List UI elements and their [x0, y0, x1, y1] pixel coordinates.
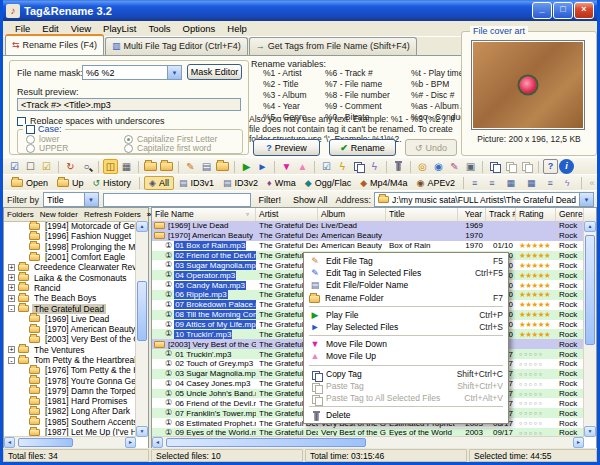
filter-oggflac-button[interactable]: ◆ Ogg/Flac — [301, 176, 355, 190]
menu-edit-file-folder-name[interactable]: ▤ Edit File/Folder Name — [306, 279, 506, 291]
menu-copy-tag[interactable]: Copy Tag Shift+Ctrl+C — [306, 368, 506, 380]
menu-edit-tag-in-selected-files[interactable]: ✎ Edit Tag in Selected Files Ctrl+F5 — [306, 267, 506, 279]
scroll-thumb[interactable] — [18, 438, 73, 447]
refresh-icon[interactable]: ↻ — [63, 159, 78, 174]
edit-file-name-icon[interactable]: ▤ — [199, 159, 214, 174]
file-name-mask-combo[interactable]: %6 %2 ▼ — [82, 65, 182, 80]
menu-play-selected-files[interactable]: ► Play Selected Files Ctrl+S — [306, 321, 506, 333]
preview-button[interactable]: ? Preview — [253, 139, 320, 156]
write-tags-icon[interactable]: ☑ — [319, 159, 334, 174]
invert-selection-icon[interactable]: ☑ — [39, 159, 54, 174]
filter-apev2-button[interactable]: ◉ APEv2 — [413, 176, 459, 190]
scroll-thumb[interactable] — [585, 235, 595, 345]
chevron-down-icon[interactable]: ▼ — [167, 66, 181, 79]
scroll-left-icon[interactable]: ◄ — [4, 437, 15, 448]
toolbar-separator[interactable] — [538, 161, 539, 173]
tree-header-item[interactable]: New folder — [40, 210, 78, 219]
folders-panel-icon[interactable]: ◫ — [103, 159, 118, 174]
column-header[interactable]: Album — [318, 208, 386, 221]
file-row[interactable]: ① 01 Box of Rain.mp3 The Grateful Dead A… — [152, 241, 584, 251]
tree-horizontal-scrollbar[interactable]: ◄ ► — [4, 436, 136, 448]
web-search-icon[interactable]: ◉ — [431, 159, 446, 174]
rating-cell[interactable]: ○○○○○ — [516, 410, 556, 416]
tree-item[interactable]: [1969] Live Dead — [4, 314, 136, 324]
rename-button[interactable]: ✔ Rename — [329, 139, 396, 156]
tree-item[interactable]: [1996] Fashion Nugget — [4, 231, 136, 241]
filter-wma-button[interactable]: ♦ Wma — [263, 176, 300, 190]
menu-delete[interactable]: Delete — [306, 409, 506, 421]
tab-rename-files[interactable]: ⇆ Rename Files (F4) — [5, 34, 104, 55]
tree-item[interactable]: + Creedence Clearwater Reviv — [4, 262, 136, 272]
play-file-icon[interactable]: ▶ — [239, 159, 254, 174]
scroll-up-icon[interactable]: ▲ — [584, 221, 596, 232]
toolbar-separator[interactable] — [274, 161, 275, 173]
menu-item[interactable]: Options — [177, 22, 222, 35]
scroll-left-icon[interactable]: ◄ — [152, 437, 163, 448]
tree-item[interactable]: - The Grateful Dead — [4, 303, 136, 313]
file-row[interactable]: ① [1969] Live Dead The Grateful Dead Liv… — [152, 221, 584, 231]
toolbar-separator[interactable] — [482, 161, 483, 173]
move-file-down-icon[interactable]: ▼ — [279, 159, 294, 174]
rating-cell[interactable]: ★★★★★ — [516, 271, 556, 280]
tab-multi-file-tag-editor[interactable]: ▥ Multi File Tag Editor (Ctrl+F4) — [105, 37, 248, 55]
toolbar-separator[interactable] — [178, 161, 179, 173]
close-button[interactable]: × — [574, 2, 594, 19]
scroll-down-icon[interactable]: ▼ — [136, 426, 148, 437]
menu-move-file-down[interactable]: ▼ Move File Down — [306, 338, 506, 350]
menu-item[interactable]: Help — [221, 22, 253, 35]
toolbar-separator[interactable] — [410, 161, 411, 173]
tree-item[interactable]: [2003] Very Best of the G... — [4, 334, 136, 344]
tree-expander-icon[interactable]: - — [8, 305, 15, 312]
column-header[interactable]: Rating — [516, 208, 556, 221]
filter-all-button[interactable]: ◈ All — [144, 176, 174, 190]
rating-cell[interactable]: ★★★★★ — [516, 241, 556, 250]
tree-expander-icon[interactable]: + — [8, 274, 15, 281]
radio-icon[interactable] — [124, 144, 133, 153]
rating-cell[interactable]: ★★★★★ — [516, 281, 556, 290]
rating-cell[interactable]: ○○○○○ — [516, 361, 556, 367]
rating-cell[interactable]: ★★★★★ — [516, 310, 556, 319]
rating-cell[interactable]: ★★★★★ — [516, 300, 556, 309]
undo-button[interactable]: ↺ Undo — [405, 139, 457, 156]
play-selected-icon[interactable]: ► — [255, 159, 270, 174]
list-icon[interactable]: ≡ — [544, 176, 560, 190]
chevron-down-icon[interactable]: ▼ — [579, 193, 593, 206]
paste-tag-all-icon[interactable] — [519, 159, 534, 174]
case-checkbox[interactable]: Case: — [23, 124, 65, 134]
rating-cell[interactable]: ○○○○○ — [516, 351, 556, 357]
freedb-icon[interactable]: ◎ — [415, 159, 430, 174]
menu-move-file-up[interactable]: ▲ Move File Up — [306, 350, 506, 362]
tree-item[interactable]: [1976] Tom Petty & the H... — [4, 365, 136, 375]
tree-item[interactable]: [1970] American Beauty — [4, 324, 136, 334]
tree-expander-icon[interactable]: + — [8, 346, 15, 353]
tree-item[interactable]: + The Ventures — [4, 345, 136, 355]
column-header[interactable]: Year — [458, 208, 486, 221]
new-folder-icon[interactable] — [160, 162, 173, 171]
radio-icon[interactable] — [26, 144, 35, 153]
menu-paste-tag[interactable]: Paste Tag Shift+Ctrl+V — [306, 380, 506, 392]
menu-item[interactable]: PlayList — [97, 22, 142, 35]
column-header[interactable]: Genre — [556, 208, 584, 221]
menu-separator[interactable] — [309, 406, 503, 407]
tree-item[interactable]: [2001] Comfort Eagle — [4, 252, 136, 262]
toolbar-separator[interactable] — [386, 161, 387, 173]
menu-separator[interactable] — [309, 335, 503, 336]
filter-button[interactable]: Filter! — [255, 194, 286, 206]
auto-number-icon[interactable]: ϟ — [367, 159, 382, 174]
rating-cell[interactable]: ○○○○○ — [516, 420, 556, 426]
scroll-up-icon[interactable]: ▲ — [136, 221, 148, 232]
copy-tag-icon[interactable] — [487, 159, 502, 174]
filter-id3v1-button[interactable]: ▤ ID3v1 — [175, 176, 218, 190]
rating-cell[interactable]: ○○○○○ — [516, 400, 556, 406]
tree-item[interactable]: - Tom Petty & the Heartbreak — [4, 355, 136, 365]
show-all-button[interactable]: Show All — [289, 194, 332, 206]
tree-expander-icon[interactable]: + — [8, 284, 15, 291]
filter-mp4-button[interactable]: ◆ Mp4/M4a — [356, 176, 411, 190]
toolbar-separator[interactable] — [139, 177, 140, 189]
scroll-right-icon[interactable]: ► — [125, 437, 136, 448]
rating-cell[interactable]: ★★★★★ — [516, 261, 556, 270]
rating-cell[interactable]: ★★★★★ — [516, 251, 556, 260]
search-icon[interactable]: ○ — [79, 159, 94, 174]
mask-editor-button[interactable]: Mask Editor — [187, 64, 242, 80]
tree-header-item[interactable]: Folders — [7, 210, 34, 219]
